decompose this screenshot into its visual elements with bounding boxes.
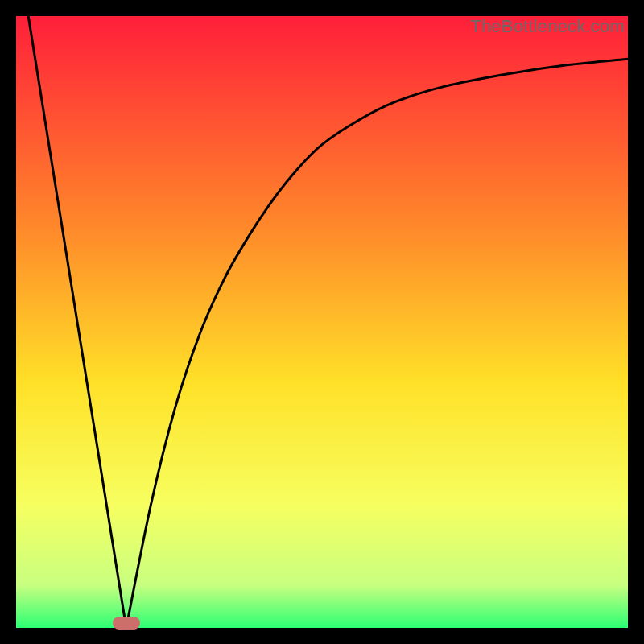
chart-svg	[16, 16, 628, 628]
gradient-background	[16, 16, 628, 628]
optimal-point-marker	[113, 617, 140, 630]
watermark-text: TheBottleneck.com	[470, 16, 625, 37]
chart-frame: TheBottleneck.com	[16, 16, 628, 628]
